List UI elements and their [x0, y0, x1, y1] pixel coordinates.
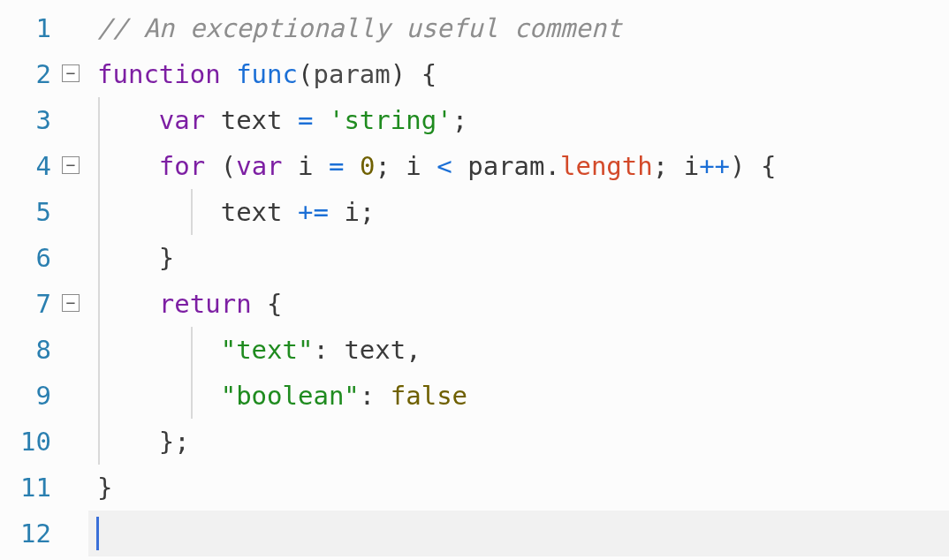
code-line[interactable]: return { — [88, 281, 949, 327]
code-line-current[interactable] — [88, 511, 949, 556]
code-line[interactable]: "text": text, — [88, 327, 949, 373]
indent-guide — [98, 235, 100, 281]
token-indent — [97, 381, 221, 411]
token-comma: , — [406, 335, 421, 365]
token-indent — [97, 197, 221, 227]
token-identifier: text — [344, 335, 406, 365]
token-keyword: for — [159, 151, 205, 181]
token-space — [329, 335, 344, 365]
line-number: 7 — [9, 289, 51, 319]
token-semicolon: ; — [375, 151, 390, 181]
fold-spacer — [62, 111, 80, 129]
code-line[interactable]: function func(param) { — [88, 51, 949, 97]
token-semicolon: ; — [653, 151, 668, 181]
token-colon: : — [360, 381, 375, 411]
token-identifier: text — [221, 105, 283, 135]
token-comment: // An exceptionally useful comment — [97, 13, 622, 43]
fold-toggle-icon[interactable]: − — [62, 64, 80, 82]
gutter-line: 8 — [0, 327, 88, 373]
token-operator: = — [298, 105, 313, 135]
token-space — [375, 381, 390, 411]
line-number: 8 — [9, 335, 51, 365]
indent-guide — [98, 143, 100, 189]
token-operator: = — [329, 151, 344, 181]
token-keyword: function — [97, 59, 221, 89]
gutter-line: 9 — [0, 373, 88, 419]
token-indent — [97, 335, 221, 365]
token-space — [406, 59, 421, 89]
token-brace: } — [97, 473, 112, 503]
gutter-line: 5 — [0, 189, 88, 235]
token-space — [313, 105, 328, 135]
indent-guide — [98, 419, 100, 465]
indent-guide — [191, 189, 193, 235]
token-space — [221, 59, 236, 89]
token-identifier: i — [684, 151, 699, 181]
token-brace: { — [421, 59, 437, 89]
line-number: 5 — [9, 197, 51, 227]
token-identifier: text — [221, 197, 283, 227]
code-line[interactable]: } — [88, 465, 949, 511]
token-indent — [97, 289, 159, 319]
fold-spacer — [62, 203, 80, 221]
token-number: 0 — [360, 151, 375, 181]
token-identifier: i — [406, 151, 421, 181]
code-line[interactable]: // An exceptionally useful comment — [88, 5, 949, 51]
token-function-name: func — [236, 59, 298, 89]
token-semicolon: ; — [174, 427, 189, 457]
fold-toggle-icon[interactable]: − — [62, 156, 80, 174]
token-identifier: i — [298, 151, 313, 181]
indent-guide — [98, 97, 100, 143]
line-number: 10 — [9, 427, 51, 457]
line-number: 6 — [9, 243, 51, 273]
fold-spacer — [62, 249, 80, 267]
token-indent — [97, 105, 159, 135]
token-indent — [97, 427, 159, 457]
line-number: 3 — [9, 105, 51, 135]
token-keyword: var — [236, 151, 282, 181]
line-number: 9 — [9, 381, 51, 411]
token-space — [283, 105, 298, 135]
token-operator: += — [298, 197, 329, 227]
token-param: param — [313, 59, 390, 89]
gutter-line: 10 — [0, 419, 88, 465]
fold-toggle-icon[interactable]: − — [62, 294, 80, 312]
token-indent — [97, 243, 159, 273]
token-string: "text" — [221, 335, 314, 365]
code-line[interactable]: "boolean": false — [88, 373, 949, 419]
token-semicolon: ; — [452, 105, 467, 135]
indent-guide — [98, 327, 100, 373]
token-operator: ++ — [699, 151, 730, 181]
line-number: 1 — [9, 13, 51, 43]
token-colon: : — [313, 335, 328, 365]
token-keyword: var — [159, 105, 205, 135]
code-line[interactable]: }; — [88, 419, 949, 465]
token-paren: ) — [730, 151, 745, 181]
token-space — [344, 151, 359, 181]
gutter-line: 6 — [0, 235, 88, 281]
fold-spacer — [62, 433, 80, 450]
token-space — [205, 105, 220, 135]
token-identifier: param — [467, 151, 544, 181]
code-editor[interactable]: 1 2 − 3 4 − 5 6 7 − 8 — [0, 0, 949, 560]
cursor-icon — [96, 517, 99, 550]
gutter-line: 7 − — [0, 281, 88, 327]
token-space — [329, 197, 344, 227]
code-line[interactable]: text += i; — [88, 189, 949, 235]
token-space — [252, 289, 267, 319]
line-number: 4 — [9, 151, 51, 181]
token-brace: { — [267, 289, 282, 319]
token-string: "boolean" — [221, 381, 360, 411]
token-paren: ( — [298, 59, 313, 89]
gutter-line: 11 — [0, 465, 88, 511]
code-line[interactable]: for (var i = 0; i < param.length; i++) { — [88, 143, 949, 189]
token-paren: ( — [221, 151, 236, 181]
token-space — [421, 151, 437, 181]
gutter-line: 2 − — [0, 51, 88, 97]
code-line[interactable]: } — [88, 235, 949, 281]
code-line[interactable]: var text = 'string'; — [88, 97, 949, 143]
fold-spacer — [62, 341, 80, 359]
token-space — [746, 151, 761, 181]
gutter-line: 1 — [0, 5, 88, 51]
code-area[interactable]: // An exceptionally useful comment funct… — [88, 0, 949, 560]
